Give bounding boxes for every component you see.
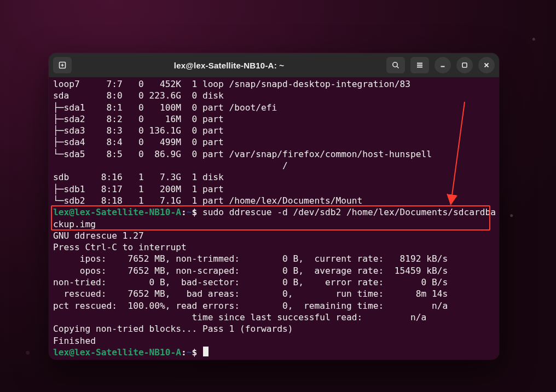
prompt-ready[interactable]: lex@lex-Satellite-NB10-A:~$ <box>53 347 202 358</box>
window-title: lex@lex-Satellite-NB10-A: ~ <box>76 61 382 70</box>
command-line: lex@lex-Satellite-NB10-A:~$ sudo ddrescu… <box>53 207 496 229</box>
hamburger-menu-button[interactable] <box>410 57 429 73</box>
titlebar: lex@lex-Satellite-NB10-A: ~ <box>49 53 499 77</box>
svg-point-3 <box>393 62 397 67</box>
svg-line-12 <box>451 102 465 203</box>
close-button[interactable] <box>478 57 495 73</box>
new-tab-button[interactable] <box>53 57 72 73</box>
search-button[interactable] <box>386 57 405 73</box>
terminal-window: lex@lex-Satellite-NB10-A: ~ <box>49 53 499 360</box>
maximize-button[interactable] <box>456 57 473 73</box>
svg-line-4 <box>397 66 398 68</box>
annotation-arrow <box>49 77 499 360</box>
cursor <box>203 347 208 356</box>
svg-rect-9 <box>462 63 467 67</box>
terminal-content[interactable]: loop7 7:7 0 452K 1 loop /snap/snapd-desk… <box>49 77 499 360</box>
minimize-button[interactable] <box>435 57 451 73</box>
